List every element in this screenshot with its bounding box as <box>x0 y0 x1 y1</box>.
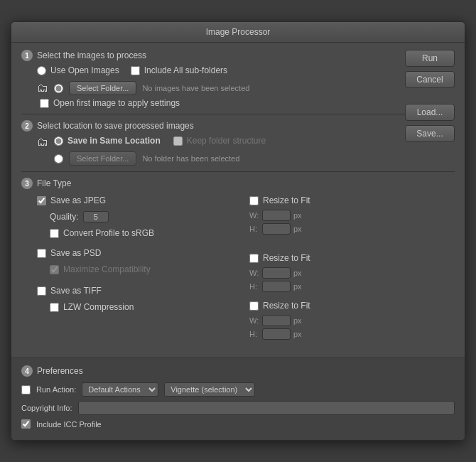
include-subfolders-label[interactable]: Include All sub-folders <box>131 65 227 75</box>
cancel-button[interactable]: Cancel <box>405 71 455 88</box>
quality-row: Quality: <box>37 210 242 224</box>
lzw-checkbox[interactable] <box>50 303 59 312</box>
psd-h-row: H: px <box>249 281 455 292</box>
resize-jpeg-text: Resize to Fit <box>263 195 310 205</box>
tiff-w-input[interactable] <box>262 315 291 326</box>
section-1-content: Use Open Images Include All sub-folders … <box>21 65 455 108</box>
save-jpeg-text: Save as JPEG <box>50 195 106 205</box>
open-first-image-checkbox[interactable] <box>40 99 49 108</box>
main-window: Image Processor Run Cancel Load... Save.… <box>11 21 465 441</box>
maximize-compat-checkbox[interactable] <box>50 265 59 274</box>
resize-psd-checkbox[interactable] <box>249 254 259 263</box>
folder-icon-2: 🗂 <box>37 136 48 149</box>
keep-folder-structure-label[interactable]: Keep folder structure <box>173 136 266 146</box>
no-folder-text: No folder has been selected <box>142 154 239 163</box>
include-subfolders-text: Include All sub-folders <box>144 65 227 75</box>
run-action-checkbox[interactable] <box>21 385 31 394</box>
convert-srgb-text: Convert Profile to sRGB <box>63 228 154 238</box>
tiff-h-input[interactable] <box>262 328 291 340</box>
window-title: Image Processor <box>206 27 271 37</box>
resize-psd-row: Resize to Fit <box>249 251 455 265</box>
jpeg-w-input[interactable] <box>262 210 291 221</box>
psd-spacer <box>249 237 455 251</box>
tiff-px5: px <box>293 316 302 325</box>
jpeg-px1: px <box>293 211 302 220</box>
divider-1 <box>21 114 455 114</box>
jpeg-w-row: W: px <box>249 210 455 221</box>
load-button[interactable]: Load... <box>405 104 455 121</box>
ft-left-col: Save as JPEG Quality: Convert Profile to… <box>37 193 242 342</box>
file-type-content: Save as JPEG Quality: Convert Profile to… <box>21 193 455 342</box>
no-images-text: No images have been selected <box>142 84 249 92</box>
run-action-label: Run Action: <box>36 385 76 394</box>
section-2-number: 2 <box>21 120 33 131</box>
title-bar: Image Processor <box>11 22 465 43</box>
jpeg-h-input[interactable] <box>262 223 291 235</box>
include-icc-checkbox[interactable] <box>21 419 31 429</box>
section-4: 4 Preferences Run Action: Default Action… <box>11 358 465 440</box>
resize-tiff-row: Resize to Fit <box>249 299 455 313</box>
run-button[interactable]: Run <box>405 50 455 67</box>
select-folder-button-2[interactable]: Select Folder... <box>69 151 136 166</box>
resize-jpeg-checkbox[interactable] <box>249 196 259 205</box>
folder-icon: 🗂 <box>37 82 48 95</box>
section-3-number: 3 <box>21 178 33 189</box>
select-folder-radio[interactable] <box>54 84 63 93</box>
icc-profile-row: Include ICC Profile <box>21 419 455 429</box>
resize-tiff-checkbox[interactable] <box>249 301 259 311</box>
save-same-location-radio[interactable] <box>54 136 63 146</box>
keep-folder-structure-checkbox[interactable] <box>173 136 183 146</box>
section-2: 2 Select location to save processed imag… <box>21 120 455 166</box>
resize-psd-text: Resize to Fit <box>263 253 310 263</box>
open-first-image-label[interactable]: Open first image to apply settings <box>40 98 455 108</box>
tiff-h-row: H: px <box>249 328 455 340</box>
use-open-images-radio[interactable] <box>37 66 46 75</box>
vignette-select[interactable]: Vignette (selection) Sepia Toning (layer… <box>164 382 255 397</box>
main-content: Run Cancel Load... Save... 1 Select the … <box>11 43 465 358</box>
copyright-input[interactable] <box>78 401 455 415</box>
select-folder-button-1[interactable]: Select Folder... <box>69 81 136 95</box>
section-1-header: 1 Select the images to process <box>21 50 455 61</box>
quality-input[interactable] <box>83 211 109 222</box>
ft-right-col: Resize to Fit W: px H: px <box>242 193 455 342</box>
convert-srgb-checkbox[interactable] <box>50 229 59 238</box>
section-2-header: 2 Select location to save processed imag… <box>21 120 455 131</box>
section-4-number: 4 <box>21 365 33 377</box>
select-folder-radio-2[interactable] <box>54 154 63 163</box>
jpeg-w-label: W: <box>249 211 259 220</box>
tiff-w-label: W: <box>249 316 259 325</box>
use-open-images-label[interactable]: Use Open Images <box>37 65 119 75</box>
jpeg-h-row: H: px <box>249 223 455 235</box>
convert-srgb-row: Convert Profile to sRGB <box>37 226 242 240</box>
psd-w-input[interactable] <box>262 267 291 279</box>
copyright-row: Copyright Info: <box>21 401 455 415</box>
default-actions-select[interactable]: Default Actions Custom Actions <box>82 382 158 397</box>
section-2-row2: Select Folder... No folder has been sele… <box>37 151 455 166</box>
copyright-label: Copyright Info: <box>21 404 72 412</box>
section-2-title: Select location to save processed images <box>37 121 194 131</box>
tiff-h-label: H: <box>249 330 259 338</box>
include-icc-text: Include ICC Profile <box>36 420 102 429</box>
save-jpeg-row: Save as JPEG <box>37 193 242 208</box>
section-1-folder-row: 🗂 Select Folder... No images have been s… <box>37 81 455 95</box>
section-3: 3 File Type Save as JPEG Quality: <box>21 178 455 342</box>
save-same-location-label[interactable]: Save in Same Location <box>54 136 161 146</box>
include-subfolders-checkbox[interactable] <box>131 66 140 75</box>
jpeg-px2: px <box>293 225 302 233</box>
save-jpeg-checkbox[interactable] <box>37 196 46 205</box>
save-button[interactable]: Save... <box>405 125 455 142</box>
maximize-compat-text: Maximize Compatibility <box>63 264 151 274</box>
lzw-row: LZW Compression <box>37 300 242 314</box>
lzw-text: LZW Compression <box>63 302 134 312</box>
psd-h-input[interactable] <box>262 281 291 292</box>
psd-h-label: H: <box>249 282 259 291</box>
save-psd-checkbox[interactable] <box>37 249 46 258</box>
psd-px3: px <box>293 269 302 277</box>
save-psd-text: Save as PSD <box>50 248 101 258</box>
psd-w-label: W: <box>249 269 259 277</box>
tiff-px6: px <box>293 330 302 338</box>
keep-folder-structure-text: Keep folder structure <box>187 136 266 146</box>
save-tiff-checkbox[interactable] <box>37 286 46 296</box>
divider-2 <box>21 171 455 172</box>
save-tiff-text: Save as TIFF <box>50 286 102 296</box>
